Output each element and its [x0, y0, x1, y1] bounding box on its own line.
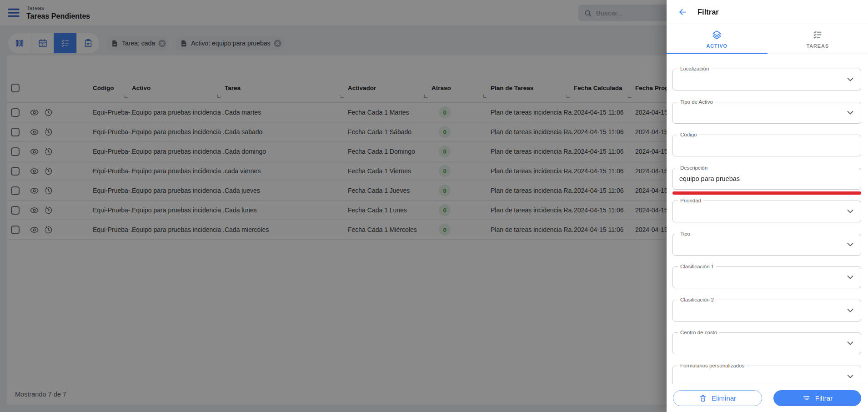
filter-form: Localización Tipo de Activo Código — [667, 54, 868, 384]
drawer-tabs: ACTIVO TAREAS — [667, 24, 868, 54]
chevron-down-icon — [847, 78, 853, 82]
chevron-down-icon — [847, 242, 853, 246]
field-label: Formularios personalizados — [678, 362, 747, 369]
drawer-header: Filtrar — [667, 0, 868, 24]
filter-field[interactable]: Descripción equipo para pruebas — [672, 168, 861, 190]
chevron-down-icon — [847, 210, 853, 214]
field-label: Clasificación 1 — [678, 263, 716, 270]
tasks-icon — [813, 30, 823, 40]
field-label: Descripción — [678, 165, 710, 171]
filter-field[interactable]: Clasificación 2 — [672, 300, 861, 322]
active-tab-indicator — [667, 53, 768, 54]
filter-field[interactable]: Tipo — [672, 234, 861, 256]
filter-lines-icon — [802, 394, 811, 402]
field-label: Centro de costo — [678, 329, 719, 336]
tab-activo-label: ACTIVO — [707, 43, 728, 49]
layers-icon — [712, 30, 722, 40]
field-label: Código — [678, 131, 699, 138]
drawer-title: Filtrar — [697, 8, 719, 16]
field-label: Prioridad — [678, 197, 703, 204]
field-label: Clasificación 2 — [678, 296, 716, 303]
filter-drawer: Filtrar ACTIVO TAREAS Localización — [667, 0, 868, 412]
chevron-down-icon — [847, 111, 853, 115]
field-label: Tipo de Activo — [678, 99, 715, 106]
field-label: Localización — [678, 65, 711, 72]
field-label: Tipo — [678, 231, 692, 237]
error-underline — [672, 191, 861, 195]
tab-tareas[interactable]: TAREAS — [768, 24, 868, 54]
chevron-down-icon — [847, 308, 853, 312]
arrow-left-icon — [678, 7, 687, 17]
tab-activo[interactable]: ACTIVO — [667, 24, 768, 54]
chevron-down-icon — [847, 276, 853, 280]
chevron-down-icon — [847, 342, 853, 346]
filter-field[interactable]: Formularios personalizados — [672, 366, 861, 384]
filter-field[interactable]: Centro de costo — [672, 332, 861, 354]
trash-icon — [699, 394, 707, 402]
delete-filters-button[interactable]: Eliminar — [673, 390, 762, 406]
filter-field[interactable]: Clasificación 1 — [672, 266, 861, 288]
filter-field[interactable]: Prioridad — [672, 201, 861, 222]
chevron-down-icon — [847, 374, 853, 378]
field-value: equipo para pruebas — [679, 175, 740, 182]
tab-tareas-label: TAREAS — [807, 43, 829, 49]
filter-field[interactable]: Tipo de Activo — [672, 102, 861, 124]
apply-filter-button[interactable]: Filtrar — [773, 390, 861, 406]
filter-field[interactable]: Localización — [672, 69, 861, 90]
back-button[interactable] — [676, 5, 689, 19]
delete-filters-label: Eliminar — [712, 394, 736, 402]
filter-field[interactable]: Código — [672, 135, 861, 156]
drawer-footer: Eliminar Filtrar — [667, 384, 868, 412]
apply-filter-label: Filtrar — [815, 394, 833, 402]
